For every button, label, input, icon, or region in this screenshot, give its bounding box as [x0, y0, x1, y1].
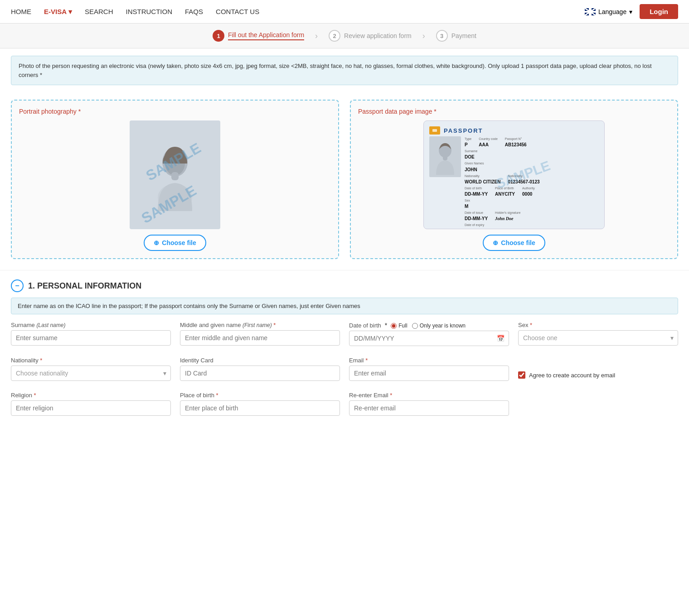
- agree-email-group: Agree to create account by email: [518, 357, 678, 381]
- steps-bar: 1 Fill out the Application form › 2 Revi…: [0, 24, 689, 48]
- nav-home[interactable]: HOME: [11, 8, 31, 15]
- religion-group: Religion *: [11, 392, 171, 416]
- nav-items: HOME E-VISA ▾ SEARCH INSTRUCTION FAQS CO…: [11, 8, 585, 16]
- middle-given-label: Middle and given name (First name) *: [180, 322, 340, 328]
- nav-search[interactable]: SEARCH: [85, 8, 113, 15]
- dob-input[interactable]: [349, 331, 509, 346]
- svg-rect-8: [443, 156, 447, 160]
- passport-title: PASSPORT: [444, 127, 483, 134]
- dob-date-wrap: [349, 331, 509, 346]
- email-group: Email *: [349, 357, 509, 381]
- nav-contact[interactable]: CONTACT US: [216, 8, 259, 15]
- form-row-3: Religion * Place of birth * Re-enter Ema…: [0, 392, 689, 416]
- dob-year-radio[interactable]: [412, 323, 418, 329]
- step-arrow-1: ›: [315, 31, 318, 41]
- svg-rect-5: [432, 129, 437, 132]
- middle-given-input[interactable]: [180, 330, 340, 346]
- upload-icon: ⊕: [493, 239, 498, 246]
- agree-email-text: Agree to create account by email: [529, 372, 615, 379]
- navbar: HOME E-VISA ▾ SEARCH INSTRUCTION FAQS CO…: [0, 0, 689, 24]
- portrait-choose-file-button[interactable]: ⊕ Choose file: [144, 235, 206, 251]
- passport-info: Type P Country code AAA Passport N° AB12…: [465, 136, 599, 229]
- re-email-group: Re-enter Email *: [349, 392, 509, 416]
- dob-group: Date of birth * Full Only year is known: [349, 322, 509, 346]
- step-3-label: Payment: [451, 32, 476, 39]
- portrait-upload-box: Portrait photography *: [11, 100, 339, 259]
- sex-label: Sex *: [518, 322, 678, 328]
- nav-evisa[interactable]: E-VISA ▾: [44, 8, 72, 16]
- id-card-label: Identity Card: [180, 357, 340, 364]
- chevron-down-icon: ▾: [68, 8, 72, 16]
- step-2-label: Review application form: [344, 32, 412, 39]
- passport-logo-icon: [429, 126, 440, 135]
- surname-group: Surname (Last name): [11, 322, 171, 346]
- religion-input[interactable]: [11, 400, 171, 416]
- upload-icon: ⊕: [154, 239, 159, 246]
- passport-person-icon: [432, 139, 459, 175]
- portrait-sample: SAMPLE SAMPLE: [130, 120, 220, 229]
- nationality-label: Nationality *: [11, 357, 171, 364]
- passport-choose-file-button[interactable]: ⊕ Choose file: [483, 235, 545, 251]
- nav-right: Language ▾ Login: [585, 4, 678, 19]
- step-3: 3 Payment: [436, 30, 476, 42]
- passport-header: PASSPORT: [429, 126, 599, 135]
- dob-label-row: Date of birth * Full Only year is known: [349, 322, 509, 329]
- surname-label: Surname (Last name): [11, 322, 171, 328]
- sex-select-wrap: Choose one Male Female: [518, 330, 678, 346]
- agree-email-checkbox[interactable]: [518, 371, 525, 379]
- section-1-title: 1. PERSONAL INFORMATION: [28, 281, 141, 291]
- empty-cell: [518, 392, 678, 416]
- collapse-icon[interactable]: −: [11, 279, 24, 292]
- id-card-input[interactable]: [180, 366, 340, 381]
- re-email-label: Re-enter Email *: [349, 392, 509, 399]
- nav-instruction[interactable]: INSTRUCTION: [126, 8, 173, 15]
- login-button[interactable]: Login: [640, 4, 678, 19]
- passport-upload-label: Passport data page image *: [358, 108, 437, 115]
- dob-radio-full[interactable]: Full: [391, 322, 407, 329]
- email-input[interactable]: [349, 366, 509, 381]
- dob-label: Date of birth: [349, 322, 381, 329]
- email-label: Email *: [349, 357, 509, 364]
- portrait-upload-label: Portrait photography *: [19, 108, 81, 115]
- section-1-header: − 1. PERSONAL INFORMATION: [0, 270, 689, 298]
- dob-radio-group: Full Only year is known: [391, 322, 466, 329]
- passport-photo: [429, 136, 461, 177]
- step-2-circle: 2: [329, 30, 340, 42]
- nationality-select-wrap: Choose nationality: [11, 366, 171, 381]
- passport-details: Type P Country code AAA Passport N° AB12…: [429, 136, 599, 229]
- form-row-2: Nationality * Choose nationality Identit…: [0, 357, 689, 381]
- step-1-label: Fill out the Application form: [228, 31, 304, 40]
- step-arrow-2: ›: [422, 31, 425, 41]
- upload-section: Portrait photography *: [0, 92, 689, 266]
- pob-group: Place of birth *: [180, 392, 340, 416]
- passport-image-area: PASSPORT: [358, 120, 670, 229]
- info-banner: Photo of the person requesting an electr…: [11, 56, 678, 85]
- language-button[interactable]: Language ▾: [585, 8, 632, 15]
- nationality-select[interactable]: Choose nationality: [11, 366, 171, 381]
- passport-upload-box: Passport data page image * PASSPORT: [350, 100, 678, 259]
- agree-email-checkbox-label[interactable]: Agree to create account by email: [518, 371, 678, 379]
- pob-label: Place of birth *: [180, 392, 340, 399]
- nav-faqs[interactable]: FAQS: [185, 8, 203, 15]
- religion-label: Religion *: [11, 392, 171, 399]
- person-silhouette-icon: [148, 139, 202, 211]
- form-row-1: Surname (Last name) Middle and given nam…: [0, 322, 689, 346]
- dob-radio-year[interactable]: Only year is known: [412, 322, 466, 329]
- step-1-circle: 1: [213, 30, 224, 42]
- uk-flag-icon: [585, 8, 596, 15]
- id-card-group: Identity Card: [180, 357, 340, 381]
- nationality-group: Nationality * Choose nationality: [11, 357, 171, 381]
- passport-sample: PASSPORT: [423, 120, 605, 229]
- re-email-input[interactable]: [349, 400, 509, 416]
- surname-input[interactable]: [11, 330, 171, 346]
- sex-group: Sex * Choose one Male Female: [518, 322, 678, 346]
- pob-input[interactable]: [180, 400, 340, 416]
- svg-rect-3: [171, 172, 179, 180]
- step-1: 1 Fill out the Application form: [213, 30, 304, 42]
- step-2: 2 Review application form: [329, 30, 412, 42]
- section-1-hint: Enter name as on the ICAO line in the pa…: [11, 298, 678, 314]
- dob-full-radio[interactable]: [391, 323, 397, 329]
- sex-select[interactable]: Choose one Male Female: [518, 330, 678, 346]
- middle-given-group: Middle and given name (First name) *: [180, 322, 340, 346]
- chevron-down-icon: ▾: [629, 8, 632, 15]
